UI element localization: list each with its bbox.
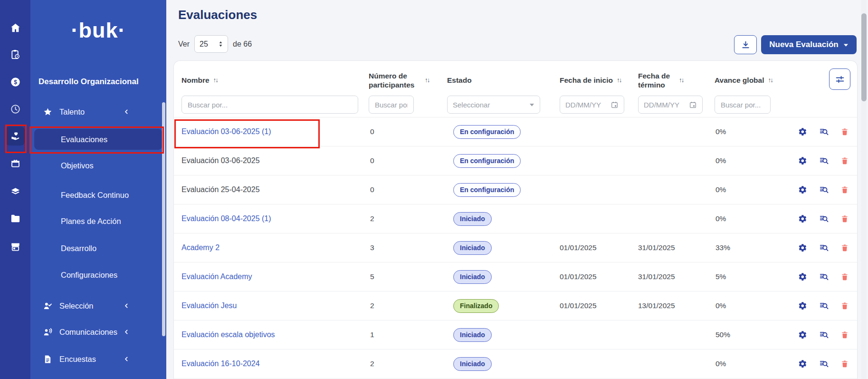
column-settings-button[interactable]: [829, 68, 850, 90]
calendar-icon: [689, 101, 697, 109]
delete-action-button[interactable]: [839, 175, 851, 204]
sidebar-item-talento[interactable]: Talento: [34, 101, 162, 122]
filter-name-input[interactable]: [181, 96, 358, 114]
details-action-button[interactable]: [818, 321, 830, 349]
sort-icon[interactable]: ↑↓: [425, 77, 429, 85]
column-header-fecha-inicio: Fecha de inicio ↑↓: [560, 69, 621, 91]
evaluation-name-link[interactable]: Evaluación 08-04-2025 (1): [181, 214, 271, 223]
clock-icon[interactable]: [6, 99, 25, 118]
delete-action-button[interactable]: [839, 262, 851, 291]
delete-action-button[interactable]: [839, 321, 851, 349]
settings-action-button[interactable]: [796, 321, 809, 349]
settings-action-button[interactable]: [796, 292, 809, 320]
sidebar-item-desarrollo[interactable]: Desarrollo: [34, 238, 162, 259]
evaluation-name-link[interactable]: Evaluación escala objetivos: [181, 330, 275, 339]
filter-end-date-input[interactable]: DD/MM/YY: [638, 96, 703, 114]
evaluation-name-link[interactable]: Academy 2: [181, 243, 219, 252]
filter-status-select[interactable]: Seleccionar: [447, 96, 540, 114]
delete-action-button[interactable]: [839, 350, 851, 378]
details-action-button[interactable]: [818, 350, 830, 378]
folder-icon[interactable]: [6, 209, 25, 228]
participants-count: 3: [370, 233, 374, 262]
sidebar-item-seleccion[interactable]: Selección: [34, 295, 162, 316]
settings-action-button[interactable]: [796, 204, 809, 233]
gear-icon: [798, 185, 807, 194]
page-scrollbar-thumb[interactable]: [861, 13, 867, 101]
details-action-button[interactable]: [818, 204, 830, 233]
graduation-icon[interactable]: [6, 182, 25, 201]
storefront-icon[interactable]: [6, 237, 25, 256]
delete-action-button[interactable]: [839, 117, 851, 146]
details-action-button[interactable]: [818, 146, 830, 175]
dollar-icon[interactable]: $: [6, 72, 25, 91]
sidebar-item-feedback-continuo[interactable]: Feedback Continuo: [34, 185, 162, 205]
icon-rail: $: [0, 0, 30, 379]
sort-icon[interactable]: ↑↓: [679, 77, 684, 85]
table-row: Evaluación escala objetivos1Iniciado50%: [174, 321, 857, 350]
page-size-value: 25: [200, 40, 208, 49]
updown-arrows-icon: [219, 40, 223, 48]
gear-icon: [798, 272, 807, 282]
filter-progress-input[interactable]: [715, 96, 771, 114]
settings-action-button[interactable]: [796, 117, 809, 146]
details-action-button[interactable]: [818, 175, 830, 204]
calendar-icon: [610, 101, 619, 109]
sidebar-item-planes-de-accion[interactable]: Planes de Acción: [34, 211, 162, 232]
page-size-select[interactable]: 25: [194, 35, 228, 53]
participants-count: 2: [370, 350, 374, 378]
evaluation-name-link[interactable]: Evaluación Jesu: [181, 301, 237, 310]
evaluation-name-text: Evaluación 25-04-2025: [181, 185, 260, 194]
trash-icon: [840, 301, 849, 311]
filter-start-date-input[interactable]: DD/MM/YY: [560, 96, 624, 114]
hand-heart-icon[interactable]: [6, 126, 25, 146]
person-talk-icon: [43, 327, 53, 337]
participants-count: 0: [370, 117, 374, 146]
progress-value: 0%: [715, 350, 726, 378]
status-cell: Iniciado: [453, 262, 492, 291]
settings-action-button[interactable]: [796, 233, 809, 262]
settings-action-button[interactable]: [796, 175, 809, 204]
evaluation-name-link[interactable]: Evaluación 16-10-2024: [181, 360, 260, 368]
settings-action-button[interactable]: [796, 146, 809, 175]
sidebar-item-label: Feedback Continuo: [61, 191, 129, 200]
gear-icon: [798, 330, 807, 340]
clipboard-clock-icon[interactable]: [6, 45, 25, 64]
delete-action-button[interactable]: [839, 204, 851, 233]
sort-icon[interactable]: ↑↓: [617, 77, 621, 85]
delete-action-button[interactable]: [839, 233, 851, 262]
evaluation-name-cell: Evaluación 25-04-2025: [181, 175, 260, 204]
sidebar-item-objetivos[interactable]: Objetivos: [34, 155, 162, 176]
sidebar-scrollbar[interactable]: [162, 102, 165, 336]
filter-participants-input[interactable]: [369, 96, 414, 114]
sidebar-item-evaluaciones[interactable]: Evaluaciones: [34, 129, 162, 150]
list-search-icon: [819, 127, 829, 137]
evaluation-name-cell: Evaluación 08-04-2025 (1): [181, 204, 271, 233]
delete-action-button[interactable]: [839, 146, 851, 175]
table-row: Academy 23Iniciado01/01/202531/01/202533…: [174, 233, 857, 262]
new-evaluation-button[interactable]: Nueva Evaluación: [761, 35, 857, 54]
evaluation-name-link[interactable]: Evaluación Academy: [181, 272, 252, 281]
delete-action-button[interactable]: [839, 292, 851, 320]
sidebar-item-comunicaciones[interactable]: Comunicaciones: [34, 321, 162, 342]
sort-icon[interactable]: ↑↓: [213, 77, 218, 85]
gift-icon[interactable]: [6, 154, 25, 173]
download-icon: [741, 40, 751, 50]
status-cell: Iniciado: [453, 204, 492, 233]
details-action-button[interactable]: [818, 233, 830, 262]
sidebar-item-encuestas[interactable]: Encuestas: [34, 349, 162, 369]
details-action-button[interactable]: [818, 262, 830, 291]
home-icon[interactable]: [6, 18, 25, 37]
download-button[interactable]: [734, 35, 757, 54]
gear-icon: [798, 214, 807, 224]
sidebar-item-configuraciones[interactable]: Configuraciones: [34, 264, 162, 285]
total-count-label: de 66: [233, 40, 252, 49]
sidebar-section-title: Desarrollo Organizacional: [38, 77, 139, 87]
details-action-button[interactable]: [818, 292, 830, 320]
end-date: 31/01/2025: [638, 262, 675, 291]
settings-action-button[interactable]: [796, 262, 809, 291]
details-action-button[interactable]: [818, 117, 830, 146]
evaluation-name-link[interactable]: Evaluación 03-06-2025 (1): [181, 127, 271, 136]
table-body: Evaluación 03-06-2025 (1)0En configuraci…: [174, 117, 857, 379]
settings-action-button[interactable]: [796, 350, 809, 378]
sort-icon[interactable]: ↑↓: [768, 77, 773, 85]
